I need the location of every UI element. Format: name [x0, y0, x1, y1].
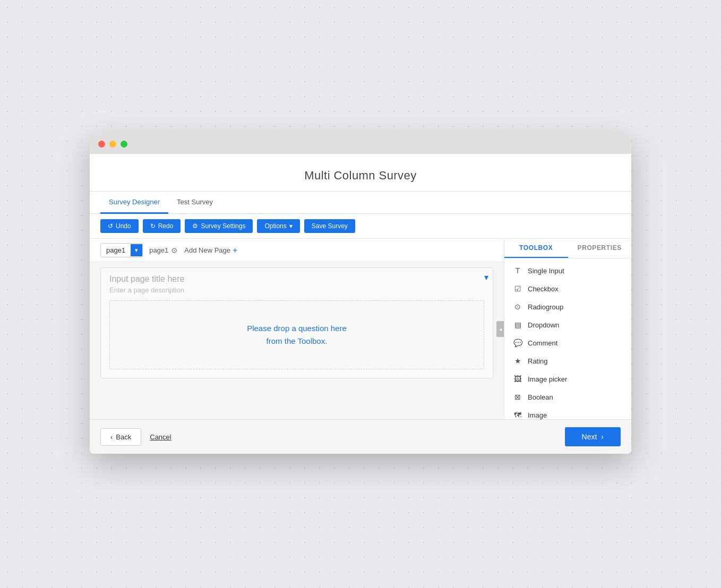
maximize-button[interactable]	[121, 141, 127, 148]
toolbox-item-label: Boolean	[528, 393, 553, 401]
page-card: ▾ Input page title here Enter a page des…	[100, 267, 493, 378]
toolbar: ↺ Undo ↻ Redo ⚙ Survey Settings Options …	[90, 214, 631, 239]
app-header: Multi Column Survey	[90, 154, 631, 192]
toolbox-icon: ▤	[513, 320, 522, 330]
tab-survey-designer[interactable]: Survey Designer	[100, 192, 168, 214]
tab-properties[interactable]: PROPERTIES	[568, 239, 632, 258]
page-select-wrapper[interactable]: page1 ▾	[100, 243, 143, 257]
save-survey-button[interactable]: Save Survey	[304, 219, 355, 233]
page-label: page1 ⚙	[149, 246, 178, 255]
back-chevron-icon: ‹	[110, 433, 113, 441]
next-chevron-icon: ›	[601, 433, 604, 441]
drop-zone[interactable]: Please drop a question here from the Too…	[109, 300, 484, 369]
page-selector-bar: page1 ▾ page1 ⚙ Add New Page +	[90, 239, 504, 262]
window-body: Multi Column Survey Survey Designer Test…	[90, 154, 631, 454]
toolbox-item-label: Image	[528, 411, 547, 419]
toolbox-item-rating[interactable]: ★ Rating	[504, 352, 631, 370]
page-desc-input[interactable]: Enter a page description	[101, 286, 493, 300]
designer-area: page1 ▾ page1 ⚙ Add New Page + ▾	[90, 239, 504, 419]
footer-left: ‹ Back Cancel	[100, 428, 171, 446]
toolbox-item-comment[interactable]: 💬 Comment	[504, 334, 631, 352]
toolbox-item-label: Checkbox	[528, 285, 559, 293]
toolbox-icon: T	[513, 266, 522, 275]
toolbox-icon: ☑	[513, 284, 522, 293]
app-title: Multi Column Survey	[90, 169, 631, 183]
toolbox-item-boolean[interactable]: ⊠ Boolean	[504, 388, 631, 406]
toolbox-item-label: Single Input	[528, 267, 564, 275]
tabs-bar: Survey Designer Test Survey	[90, 192, 631, 214]
redo-icon: ↻	[150, 222, 156, 230]
toolbox-list: T Single Input ☑ Checkbox ⊙ Radiogroup ▤…	[504, 258, 631, 419]
tab-test-survey[interactable]: Test Survey	[168, 192, 221, 214]
toolbox-icon: 💬	[513, 338, 522, 348]
toolbox-icon: ★	[513, 356, 522, 366]
main-layout: page1 ▾ page1 ⚙ Add New Page + ▾	[90, 239, 631, 419]
toolbox-icon: 🖼	[513, 374, 522, 384]
page-select-text: page1	[101, 244, 131, 257]
side-panel-tabs: TOOLBOX PROPERTIES	[504, 239, 631, 258]
undo-icon: ↺	[108, 222, 113, 230]
toolbox-item-radiogroup[interactable]: ⊙ Radiogroup	[504, 298, 631, 316]
tab-toolbox[interactable]: TOOLBOX	[504, 239, 568, 258]
page-select-arrow[interactable]: ▾	[131, 244, 142, 256]
toolbox-item-label: Rating	[528, 357, 548, 365]
toolbox-item-image[interactable]: 🗺 Image	[504, 406, 631, 419]
side-panel-collapse-button[interactable]: ◂	[496, 321, 504, 337]
toolbox-icon: ⊠	[513, 392, 522, 402]
undo-button[interactable]: ↺ Undo	[100, 219, 139, 233]
side-panel-wrapper: ◂ TOOLBOX PROPERTIES T Single Input ☑ Ch…	[504, 239, 631, 419]
toolbox-item-checkbox[interactable]: ☑ Checkbox	[504, 280, 631, 298]
page-settings-icon[interactable]: ⚙	[171, 246, 178, 255]
close-button[interactable]	[98, 141, 105, 148]
redo-button[interactable]: ↻ Redo	[143, 219, 181, 233]
toolbox-item-label: Image picker	[528, 375, 567, 383]
toolbox-item-label: Radiogroup	[528, 303, 563, 311]
page-canvas: ▾ Input page title here Enter a page des…	[90, 262, 504, 384]
toolbox-item-dropdown[interactable]: ▤ Dropdown	[504, 316, 631, 334]
page-expand-icon[interactable]: ▾	[484, 272, 488, 282]
next-button[interactable]: Next ›	[565, 427, 621, 446]
cancel-button[interactable]: Cancel	[150, 433, 171, 441]
toolbox-item-image-picker[interactable]: 🖼 Image picker	[504, 370, 631, 388]
drop-zone-text: Please drop a question here from the Too…	[121, 322, 473, 348]
app-window: Multi Column Survey Survey Designer Test…	[90, 134, 631, 454]
toolbox-item-label: Comment	[528, 339, 557, 347]
toolbox-item-single-input[interactable]: T Single Input	[504, 262, 631, 280]
toolbox-icon: ⊙	[513, 302, 522, 312]
add-page-button[interactable]: Add New Page +	[184, 246, 237, 255]
settings-icon: ⚙	[192, 222, 198, 230]
options-button[interactable]: Options ▾	[257, 219, 299, 233]
back-button[interactable]: ‹ Back	[100, 428, 141, 446]
minimize-button[interactable]	[109, 141, 116, 148]
add-page-plus-icon: +	[233, 246, 237, 255]
side-panel: TOOLBOX PROPERTIES T Single Input ☑ Chec…	[504, 239, 631, 419]
survey-settings-button[interactable]: ⚙ Survey Settings	[185, 219, 253, 233]
footer: ‹ Back Cancel Next ›	[90, 419, 631, 454]
toolbox-item-label: Dropdown	[528, 321, 559, 329]
page-title-input[interactable]: Input page title here	[101, 268, 493, 286]
toolbox-icon: 🗺	[513, 410, 522, 419]
title-bar	[90, 134, 631, 154]
